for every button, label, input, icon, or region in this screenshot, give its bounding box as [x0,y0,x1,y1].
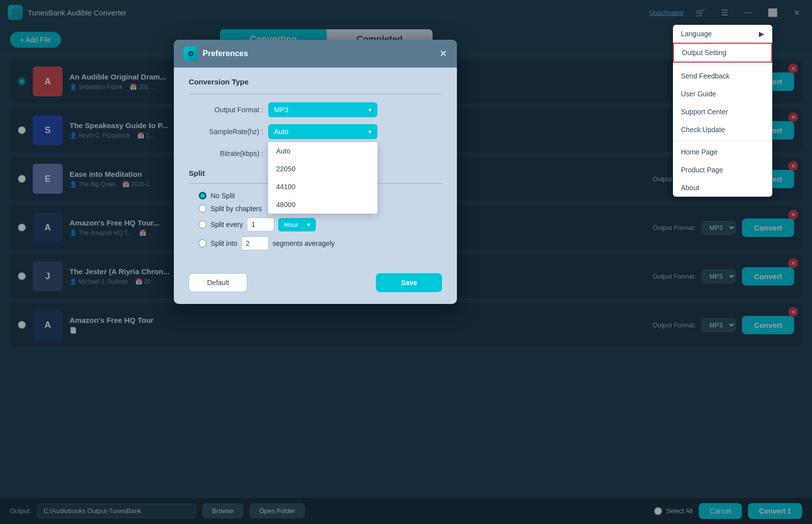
sample-rate-label: SampleRate(hz) : [189,128,263,136]
menu-home-page[interactable]: Home Page [673,143,772,161]
menu-user-guide[interactable]: User Guide [673,85,772,103]
no-split-radio[interactable] [199,192,207,200]
bitrate-label: Bitrate(kbps) : [189,150,263,157]
dialog-icon: ⚙ [184,47,198,61]
split-into-input[interactable] [241,236,269,250]
split-into-label: Split into [211,239,237,247]
menu-language[interactable]: Language ▶ [673,25,772,43]
split-into-row: Split into segments averagely [199,236,442,250]
split-every-row: Split every Hour Minute [199,218,442,231]
split-every-input[interactable] [247,218,274,231]
sample-rate-dropdown: Auto 22050 44100 48000 [268,142,377,214]
sample-option-48000[interactable]: 48000 [268,196,377,214]
split-every-label: Split every [211,221,243,228]
sample-rate-select[interactable]: Auto 22050 44100 48000 [268,124,377,139]
dialog-title: Preferences [203,49,435,58]
dialog-header: ⚙ Preferences ✕ [174,40,457,68]
output-format-row: Output Format : MP3 AAC FLAC WAV [189,102,442,117]
no-split-label: No Split [211,192,235,200]
section-divider-1 [189,94,442,94]
menu-divider-1 [673,65,772,65]
dialog-body: Conversion Type Output Format : MP3 AAC … [174,68,457,265]
default-button[interactable]: Default [189,273,247,292]
save-button[interactable]: Save [376,273,442,292]
conversion-type-title: Conversion Type [189,77,442,86]
split-every-radio[interactable] [199,221,207,228]
dialog-footer: Default Save [174,265,457,304]
menu-divider-2 [673,141,772,141]
split-chapters-label: Split by chapters [211,205,262,213]
sample-option-auto[interactable]: Auto [268,142,377,160]
output-format-label: Output Format : [189,106,263,114]
sample-option-44100[interactable]: 44100 [268,178,377,196]
sample-rate-wrapper: Auto 22050 44100 48000 Auto 22050 44100 … [268,124,377,139]
split-into-radio[interactable] [199,239,207,247]
menu-support-center[interactable]: Support Center [673,103,772,121]
menu-check-update[interactable]: Check Update [673,121,772,139]
preferences-dialog: ⚙ Preferences ✕ Conversion Type Output F… [174,40,457,304]
sample-option-22050[interactable]: 22050 [268,160,377,178]
menu-product-page[interactable]: Product Page [673,161,772,179]
output-format-select[interactable]: MP3 AAC FLAC WAV [268,102,377,117]
split-unit-select[interactable]: Hour Minute [278,218,316,231]
output-format-wrapper: MP3 AAC FLAC WAV [268,102,377,117]
split-unit-wrapper: Hour Minute [278,218,316,231]
dropdown-menu: Language ▶ Output Setting Send Feedback … [673,25,772,197]
dialog-close-button[interactable]: ✕ [440,48,447,59]
menu-output-setting[interactable]: Output Setting [673,43,772,63]
split-into-suffix: segments averagely [273,239,335,247]
menu-send-feedback[interactable]: Send Feedback [673,67,772,85]
split-chapters-radio[interactable] [199,205,207,213]
sample-rate-row: SampleRate(hz) : Auto 22050 44100 48000 … [189,124,442,139]
menu-about[interactable]: About [673,179,772,197]
